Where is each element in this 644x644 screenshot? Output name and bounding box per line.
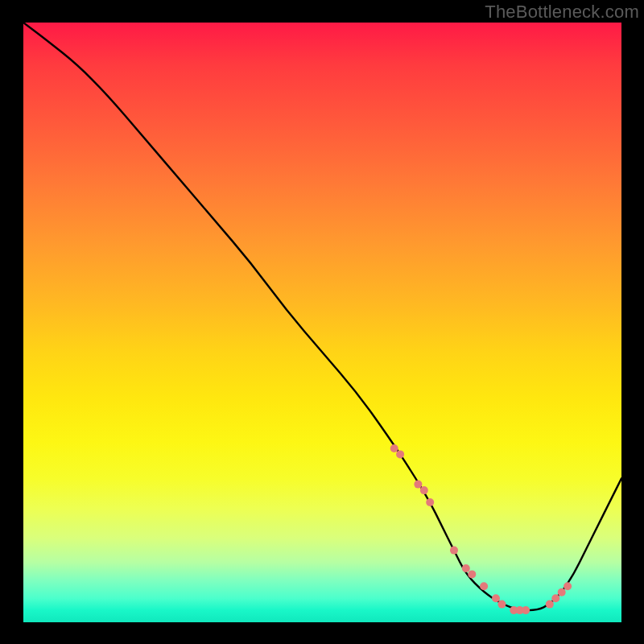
marker-dot [522,606,530,614]
marker-dot [462,564,470,572]
marker-dot [450,547,458,555]
marker-dot [414,481,422,489]
marker-dot [396,450,404,458]
marker-dot [546,601,554,609]
curve-layer [23,23,621,622]
marker-dot [558,588,566,597]
marker-dot [497,601,506,609]
watermark-label: TheBottleneck.com [485,2,639,23]
marker-dot [426,498,434,506]
marker-dot [551,594,559,602]
marker-dot [420,486,428,494]
marker-dot [468,570,476,578]
marker-dot [480,582,488,590]
marker-group [390,444,572,614]
marker-dot [492,594,500,602]
chart-frame: TheBottleneck.com [0,0,644,644]
marker-dot [390,444,398,452]
plot-area [23,23,621,622]
bottleneck-curve [23,23,621,610]
marker-dot [564,582,572,590]
